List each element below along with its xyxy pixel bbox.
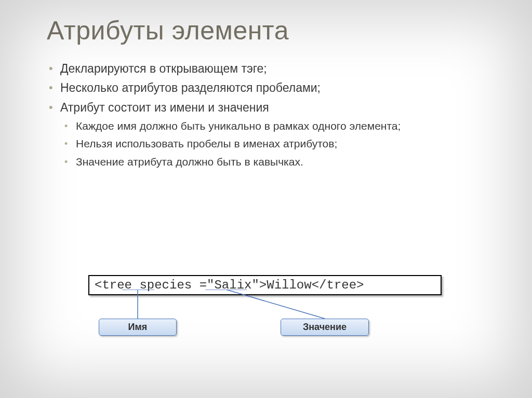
bullet-item: Несколько атрибутов разделяются пробелам… — [60, 79, 485, 97]
sub-bullet-item: Нельзя использовать пробелы в именах атр… — [76, 136, 485, 152]
sub-bullet-item: Значение атрибута должно быть в кавычках… — [76, 154, 485, 170]
bullet-item: Декларируются в открывающем тэге; — [60, 60, 485, 77]
bullet-item: Атрибут состоит из имени и значения Кажд… — [60, 99, 485, 170]
bullet-text: Атрибут состоит из имени и значения — [60, 101, 269, 114]
bullet-list: Декларируются в открывающем тэге; Нескол… — [47, 60, 485, 170]
label-value: Значение — [281, 319, 369, 336]
label-name: Имя — [99, 319, 177, 336]
sub-bullet-item: Каждое имя должно быть уникально в рамка… — [76, 118, 485, 134]
slide-title: Атрибуты элемента — [47, 16, 485, 46]
code-example: <tree species ="Salix">Willow</tree> — [88, 275, 442, 295]
sub-bullet-list: Каждое имя должно быть уникально в рамка… — [60, 118, 485, 170]
slide-content: Атрибуты элемента Декларируются в открыв… — [0, 0, 532, 398]
